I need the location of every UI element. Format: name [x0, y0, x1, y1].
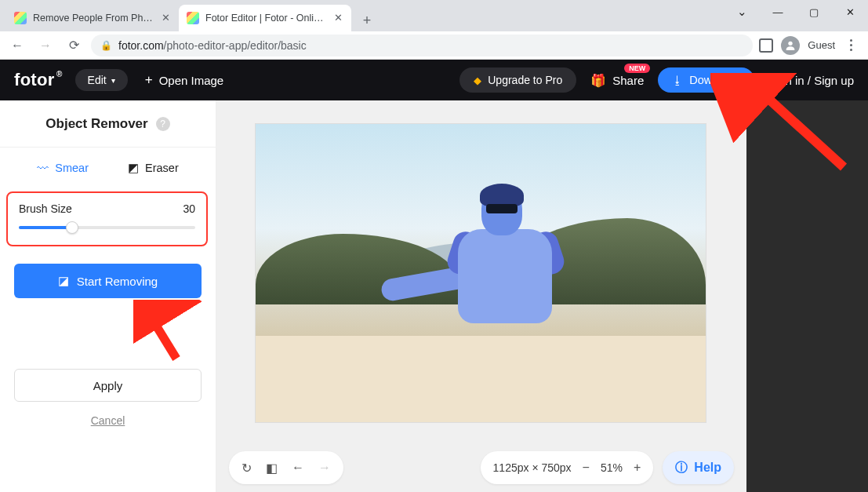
- chevron-down-icon: ▾: [111, 76, 115, 85]
- brush-size-value: 30: [183, 202, 195, 215]
- brush-size-slider[interactable]: [19, 226, 195, 229]
- zoom-out-button[interactable]: −: [583, 461, 590, 475]
- start-removing-button[interactable]: ◪ Start Removing: [14, 264, 202, 298]
- slider-thumb[interactable]: [66, 221, 78, 234]
- rotate-icon[interactable]: ↻: [242, 461, 252, 476]
- signin-link[interactable]: Sign in: [768, 74, 804, 87]
- download-label: Download: [689, 74, 740, 86]
- browser-tab-0[interactable]: Remove People From Photos C ✕: [6, 5, 179, 31]
- chevron-down-icon[interactable]: ⌄: [724, 0, 760, 24]
- canvas-dimensions: 1125px × 750px: [493, 461, 572, 474]
- canvas-area: ↻ ◧ ← → 1125px × 750px − 51% + ⓘ Help: [216, 100, 868, 492]
- sidebar: Object Remover ? 〰 Smear ◩ Eraser Brush …: [0, 100, 216, 492]
- tab-title: Remove People From Photos C: [33, 13, 155, 24]
- profile-avatar[interactable]: [781, 36, 800, 55]
- apply-label: Apply: [93, 379, 123, 392]
- close-icon[interactable]: ✕: [160, 13, 171, 24]
- panel-title: Object Remover: [45, 116, 147, 132]
- eraser-icon: ◪: [58, 274, 69, 288]
- tab-label: Eraser: [145, 162, 179, 174]
- share-label: Share: [612, 74, 644, 87]
- canvas-bottom-bar: ↻ ◧ ← → 1125px × 750px − 51% + ⓘ Help: [229, 451, 734, 484]
- download-button[interactable]: ⭳ Download: [658, 67, 754, 93]
- history-controls: ↻ ◧ ← →: [229, 451, 343, 484]
- open-image-label: Open Image: [159, 74, 224, 87]
- profile-label: Guest: [808, 39, 835, 51]
- tab-label: Smear: [55, 162, 89, 174]
- svg-point-0: [789, 41, 793, 45]
- new-tab-button[interactable]: +: [356, 9, 378, 31]
- compare-icon[interactable]: ◧: [266, 461, 278, 476]
- brush-size-label: Brush Size: [19, 202, 72, 215]
- edited-photo[interactable]: [256, 124, 706, 422]
- fotor-logo[interactable]: fotor®: [14, 70, 55, 90]
- new-badge: NEW: [624, 64, 650, 73]
- upgrade-button[interactable]: ◆ Upgrade to Pro: [459, 67, 576, 93]
- zoom-value: 51%: [601, 461, 623, 474]
- sidebar-header: Object Remover ?: [0, 100, 216, 148]
- edit-menu[interactable]: Edit ▾: [75, 69, 128, 91]
- canvas-viewport[interactable]: ↻ ◧ ← → 1125px × 750px − 51% + ⓘ Help: [216, 100, 746, 492]
- zoom-in-button[interactable]: +: [634, 461, 641, 475]
- apply-button[interactable]: Apply: [14, 369, 202, 402]
- start-removing-label: Start Removing: [77, 275, 158, 288]
- tab-smear[interactable]: 〰 Smear: [37, 162, 89, 175]
- help-label: Help: [694, 461, 721, 475]
- plus-icon: +: [145, 72, 153, 88]
- selected-object-mask: [412, 187, 569, 375]
- back-button[interactable]: ←: [6, 35, 28, 56]
- zoom-controls: 1125px × 750px − 51% +: [481, 451, 654, 484]
- upgrade-label: Upgrade to Pro: [488, 74, 562, 86]
- gift-icon: 🎁: [590, 73, 606, 88]
- signup-link[interactable]: Sign up: [814, 74, 854, 87]
- extension-icon[interactable]: [759, 38, 773, 53]
- browser-toolbar: ← → ⟳ 🔒 fotor.com/photo-editor-app/edito…: [0, 31, 868, 60]
- favicon-icon: [14, 12, 27, 24]
- diamond-icon: ◆: [474, 75, 481, 86]
- auth-links: Sign in / Sign up: [768, 74, 854, 87]
- edit-label: Edit: [88, 74, 107, 86]
- main-area: Object Remover ? 〰 Smear ◩ Eraser Brush …: [0, 100, 868, 492]
- url-path: /photo-editor-app/editor/basic: [164, 39, 307, 52]
- lock-icon: 🔒: [100, 40, 112, 51]
- help-icon[interactable]: ?: [156, 117, 170, 131]
- cancel-link[interactable]: Cancel: [0, 414, 216, 427]
- url-domain: fotor.com: [118, 39, 164, 52]
- address-bar[interactable]: 🔒 fotor.com/photo-editor-app/editor/basi…: [91, 35, 753, 56]
- minimize-button[interactable]: —: [760, 0, 796, 24]
- share-button[interactable]: 🎁 Share NEW: [590, 73, 644, 88]
- brush-size-panel: Brush Size 30: [6, 191, 208, 246]
- eraser-icon: ◩: [128, 161, 139, 175]
- browser-tab-1[interactable]: Fotor Editor | Fotor - Online I ✕: [179, 5, 351, 31]
- reload-button[interactable]: ⟳: [63, 35, 85, 56]
- close-window-button[interactable]: ✕: [832, 0, 868, 24]
- undo-button[interactable]: ←: [292, 461, 304, 475]
- app-header: fotor® Edit ▾ + Open Image ◆ Upgrade to …: [0, 60, 868, 100]
- favicon-icon: [187, 12, 199, 24]
- window-controls: ⌄ — ▢ ✕: [724, 0, 868, 24]
- browser-menu-button[interactable]: [843, 39, 859, 51]
- download-icon: ⭳: [672, 74, 683, 86]
- help-button[interactable]: ⓘ Help: [663, 451, 734, 484]
- open-image-button[interactable]: + Open Image: [145, 72, 224, 88]
- browser-tabstrip: Remove People From Photos C ✕ Fotor Edit…: [0, 0, 868, 31]
- forward-button[interactable]: →: [35, 35, 56, 56]
- tab-title: Fotor Editor | Fotor - Online I: [205, 13, 328, 24]
- redo-button[interactable]: →: [318, 461, 331, 475]
- tool-tabs: 〰 Smear ◩ Eraser: [0, 148, 216, 188]
- help-circle-icon: ⓘ: [675, 460, 688, 476]
- slider-fill: [19, 226, 72, 229]
- svg-line-1: [757, 89, 844, 167]
- tab-eraser[interactable]: ◩ Eraser: [128, 161, 179, 175]
- smear-icon: 〰: [37, 162, 49, 175]
- close-icon[interactable]: ✕: [332, 13, 343, 24]
- maximize-button[interactable]: ▢: [796, 0, 832, 24]
